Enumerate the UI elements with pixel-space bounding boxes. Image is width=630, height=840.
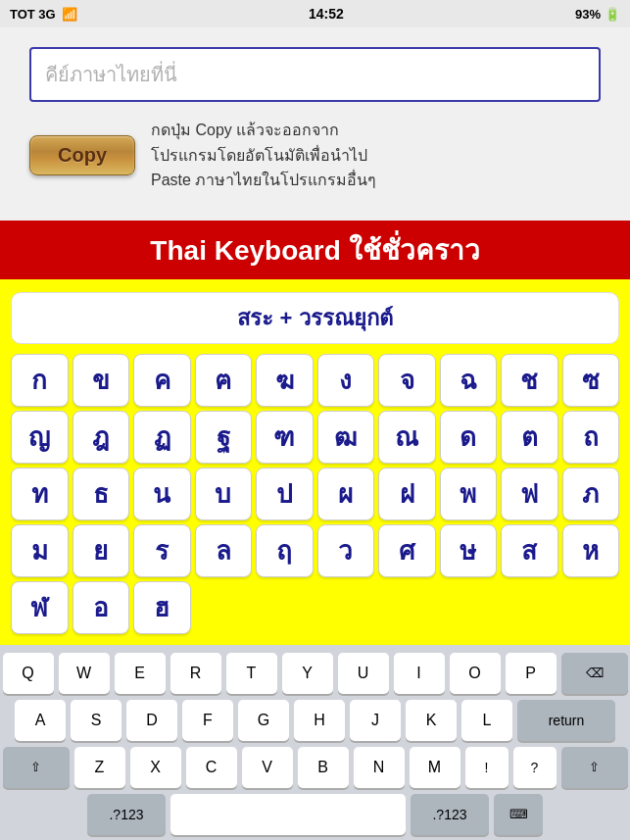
key-o[interactable]: O <box>450 653 501 694</box>
thai-key-ษ[interactable]: ษ <box>440 524 498 577</box>
thai-key-ต[interactable]: ต <box>501 411 558 464</box>
thai-key-ท[interactable]: ท <box>11 468 69 520</box>
key-e[interactable]: E <box>115 653 166 694</box>
key-n[interactable]: N <box>354 747 405 788</box>
key-exclaim[interactable]: ! <box>465 747 509 788</box>
thai-key-พ[interactable]: พ <box>440 468 498 520</box>
thai-key-ฬ[interactable]: ฬ <box>11 581 69 634</box>
thai-key-ด[interactable]: ด <box>440 411 498 464</box>
key-t[interactable]: T <box>226 653 277 694</box>
carrier-text: TOT 3G <box>10 7 56 22</box>
key-x[interactable]: X <box>130 747 181 788</box>
copy-section: Copy กดปุ่ม Copy แล้วจะออกจาก โปรแกรมโดย… <box>29 118 601 193</box>
thai-key-ภ[interactable]: ภ <box>562 468 620 520</box>
key-y[interactable]: Y <box>282 653 333 694</box>
thai-key-ว[interactable]: ว <box>317 524 375 577</box>
main-content: คีย์ภาษาไทยที่นี่ Copy กดปุ่ม Copy แล้วจ… <box>0 27 630 221</box>
thai-key-ฏ[interactable]: ฏ <box>133 411 191 464</box>
thai-key-ล[interactable]: ล <box>195 524 253 577</box>
key-j[interactable]: J <box>350 700 401 741</box>
key-p[interactable]: P <box>506 653 557 694</box>
thai-key-ส[interactable]: ส <box>501 524 558 577</box>
thai-key-จ[interactable]: จ <box>378 354 436 407</box>
thai-key-ก[interactable]: ก <box>11 354 69 407</box>
thai-key-ฟ[interactable]: ฟ <box>501 468 558 520</box>
key-h[interactable]: H <box>294 700 345 741</box>
thai-key-ฉ[interactable]: ฉ <box>440 354 498 407</box>
key-u[interactable]: U <box>338 653 389 694</box>
copy-desc-line3: Paste ภาษาไทยในโปรแกรมอื่นๆ <box>151 168 376 193</box>
battery-icon: 🔋 <box>605 7 620 22</box>
thai-grid: ก ข ค ฅ ฆ ง จ ฉ ช ซ ญ ฎ ฏ ฐ ฑ ฒ ณ ด ต ถ … <box>11 354 619 634</box>
thai-key-ฝ[interactable]: ฝ <box>378 468 436 520</box>
text-input-placeholder: คีย์ภาษาไทยที่นี่ <box>45 59 177 90</box>
copy-desc-line2: โปรแกรมโดยอัตโนมัติเพื่อนำไป <box>151 143 376 169</box>
thai-key-ฎ[interactable]: ฎ <box>73 411 130 464</box>
thai-key-ค[interactable]: ค <box>133 354 191 407</box>
thai-key-ญ[interactable]: ญ <box>11 411 69 464</box>
thai-key-ฆ[interactable]: ฆ <box>256 354 314 407</box>
key-q[interactable]: Q <box>3 653 54 694</box>
thai-key-ฮ[interactable]: ฮ <box>133 581 191 634</box>
title-banner-text: Thai Keyboard ใช้ชั่วคราว <box>150 235 479 266</box>
key-i[interactable]: I <box>394 653 445 694</box>
title-banner: Thai Keyboard ใช้ชั่วคราว <box>0 221 630 279</box>
key-w[interactable]: W <box>59 653 110 694</box>
key-f[interactable]: F <box>182 700 233 741</box>
thai-key-ย[interactable]: ย <box>73 524 130 577</box>
copy-button[interactable]: Copy <box>29 135 135 175</box>
thai-key-ศ[interactable]: ศ <box>378 524 436 577</box>
key-l[interactable]: L <box>461 700 512 741</box>
status-left: TOT 3G 📶 <box>10 7 77 22</box>
key-r[interactable]: R <box>170 653 221 694</box>
thai-key-ฤ[interactable]: ฤ <box>256 524 314 577</box>
backspace-key[interactable]: ⌫ <box>561 653 628 694</box>
shift-key[interactable]: ⇧ <box>3 747 70 788</box>
thai-key-ผ[interactable]: ผ <box>317 468 375 520</box>
thai-key-ฑ[interactable]: ฑ <box>256 411 314 464</box>
return-key[interactable]: return <box>517 700 615 741</box>
battery-text: 93% <box>575 7 601 22</box>
thai-key-อ[interactable]: อ <box>73 581 130 634</box>
text-input-container[interactable]: คีย์ภาษาไทยที่นี่ <box>29 47 601 102</box>
thai-keyboard-area: สระ + วรรณยุกต์ ก ข ค ฅ ฆ ง จ ฉ ช ซ ญ ฎ … <box>0 279 630 645</box>
key-question[interactable]: ? <box>513 747 557 788</box>
thai-key-ณ[interactable]: ณ <box>378 411 436 464</box>
key-s[interactable]: S <box>71 700 121 741</box>
status-right: 93% 🔋 <box>575 7 620 22</box>
emoji-key[interactable]: ⌨ <box>494 794 543 835</box>
thai-key-ข[interactable]: ข <box>73 354 130 407</box>
thai-key-บ[interactable]: บ <box>195 468 253 520</box>
thai-key-ง[interactable]: ง <box>317 354 375 407</box>
space-key[interactable] <box>170 794 406 835</box>
key-k[interactable]: K <box>406 700 457 741</box>
thai-key-ม[interactable]: ม <box>11 524 69 577</box>
key-z[interactable]: Z <box>74 747 125 788</box>
qwerty-keyboard: Q W E R T Y U I O P ⌫ A S D F G H J K L … <box>0 645 630 840</box>
numeric-key-right[interactable]: .?123 <box>411 794 489 835</box>
thai-key-ร[interactable]: ร <box>133 524 191 577</box>
shift-key-right[interactable]: ⇧ <box>561 747 628 788</box>
thai-key-ธ[interactable]: ธ <box>73 468 130 520</box>
vowel-label: สระ + วรรณยุกต์ <box>237 306 392 330</box>
thai-key-น[interactable]: น <box>133 468 191 520</box>
thai-key-ฐ[interactable]: ฐ <box>195 411 253 464</box>
thai-key-ห[interactable]: ห <box>562 524 620 577</box>
key-b[interactable]: B <box>298 747 349 788</box>
key-d[interactable]: D <box>126 700 177 741</box>
thai-key-ฒ[interactable]: ฒ <box>317 411 375 464</box>
thai-key-ฅ[interactable]: ฅ <box>195 354 253 407</box>
keyboard-row-1: Q W E R T Y U I O P ⌫ <box>4 653 626 694</box>
thai-key-ช[interactable]: ช <box>501 354 558 407</box>
key-c[interactable]: C <box>186 747 237 788</box>
key-m[interactable]: M <box>410 747 460 788</box>
key-v[interactable]: V <box>242 747 293 788</box>
thai-key-ถ[interactable]: ถ <box>562 411 620 464</box>
thai-key-ซ[interactable]: ซ <box>562 354 620 407</box>
keyboard-row-4: .?123 .?123 ⌨ <box>4 794 626 835</box>
wifi-icon: 📶 <box>62 7 77 22</box>
numeric-key-left[interactable]: .?123 <box>87 794 166 835</box>
thai-key-ป[interactable]: ป <box>256 468 314 520</box>
key-g[interactable]: G <box>238 700 289 741</box>
key-a[interactable]: A <box>15 700 66 741</box>
